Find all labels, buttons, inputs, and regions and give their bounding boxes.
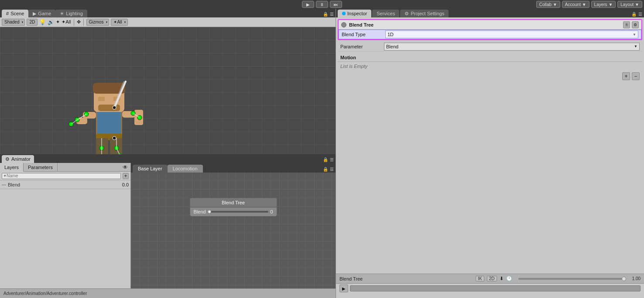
add-motion-button[interactable]: + [622, 72, 630, 80]
search-input[interactable] [2, 173, 121, 179]
blend-tree-icon [341, 22, 346, 27]
top-right-controls: Collab ▼ Account ▼ Layers ▼ Layout ▼ [536, 1, 642, 8]
right-panel: Inspector Services ⚙ Project Settings 🔒 … [336, 9, 644, 298]
parameter-label: Parameter [340, 44, 384, 49]
parameter-row: Parameter Blend ▼ [338, 42, 642, 51]
graph-top-bar: Base Layer Locomotion 🔒 ☰ [131, 163, 336, 173]
dropdown-arrow: ▼ [633, 33, 636, 37]
account-button[interactable]: Account ▼ [562, 1, 589, 8]
blend-tree-slider-row: Blend 0 [190, 207, 277, 216]
blend-type-select[interactable]: 1D ▼ [385, 30, 638, 38]
bt-action-buttons: ⎘ ⚙ [623, 21, 639, 28]
top-toolbar: ▶ ⏸ ⏭ Collab ▼ Account ▼ Layers ▼ Layout… [0, 0, 644, 9]
motion-add-row: + − [338, 71, 642, 82]
layers-button[interactable]: Layers ▼ [591, 1, 616, 8]
add-param-button[interactable]: + [123, 173, 129, 179]
gizmos-dropdown[interactable]: Gizmos [86, 19, 110, 26]
timeline-track[interactable] [350, 285, 641, 291]
lock-icon-inspector[interactable]: 🔒 [631, 12, 637, 17]
menu-icon[interactable]: ☰ [330, 12, 334, 17]
param-dropdown-arrow: ▼ [634, 44, 637, 48]
toolbar-divider-1 [74, 19, 74, 26]
timeline-play-area: ▶ [336, 284, 644, 293]
motion-header: Motion [338, 53, 642, 62]
blend-slider-label: Blend [194, 209, 206, 214]
scene-view[interactable] [0, 27, 336, 154]
inspector-body: Blend Tree ⎘ ⚙ Blend Type 1D ▼ P [336, 17, 644, 274]
tab-scene[interactable]: # Scene [2, 10, 28, 17]
lock-icon-graph[interactable]: 🔒 [323, 167, 328, 172]
params-sub-tabs: Layers Parameters 👁 [0, 163, 130, 172]
play-icon: ▶ [33, 11, 36, 17]
play-timeline-button[interactable]: ▶ [339, 284, 348, 292]
tab-services[interactable]: Services [372, 10, 399, 17]
tab-game[interactable]: ▶ Game [28, 10, 55, 17]
tab-layers[interactable]: Layers [0, 163, 24, 172]
hash-icon: # [6, 11, 9, 16]
sun-icon: ☀ [60, 11, 64, 17]
clock-icon: 🕐 [506, 276, 512, 281]
blend-slider-thumb[interactable] [208, 210, 211, 213]
tab-lighting[interactable]: ☀ Lighting [55, 10, 87, 17]
scene-toolbar: Shaded 2D 💡 🔊 ✦ ✦All ✥ Gizmos ✦All [0, 17, 336, 27]
lock-icon[interactable]: 🔒 [323, 12, 328, 17]
tab-base-layer[interactable]: Base Layer [133, 165, 168, 173]
tab-animator[interactable]: ⚙ Animator [2, 155, 34, 163]
lock-icon-animator[interactable]: 🔒 [323, 157, 328, 162]
step-button[interactable]: ⏭ [330, 1, 342, 8]
counter-value: ✦All [62, 19, 71, 25]
graph-area[interactable]: Base Layer Locomotion 🔒 ☰ Blend Tree Ble… [131, 163, 336, 288]
blend-tree-inspector-title: Blend Tree [349, 22, 623, 27]
character-sprite [52, 53, 175, 154]
timeline-thumb[interactable] [622, 277, 626, 281]
blend-value[interactable]: 0.0 [113, 182, 129, 187]
remove-motion-button[interactable]: − [632, 72, 640, 80]
timeline-header: Blend Tree IK 2D ⬇ 🕐 1.00 [336, 274, 644, 284]
right-tab-bar: Inspector Services ⚙ Project Settings 🔒 … [336, 9, 644, 17]
all-dropdown[interactable]: ✦All [111, 19, 127, 26]
shaded-dropdown[interactable]: Shaded [2, 19, 25, 26]
download-icon: ⬇ [500, 276, 504, 281]
animator-body: Layers Parameters 👁 + — Blend 0.0 [0, 163, 336, 288]
blend-tree-node[interactable]: Blend Tree Blend 0 [190, 198, 277, 217]
menu-icon-inspector[interactable]: ☰ [638, 12, 642, 17]
motion-section: Motion List is Empty + − [338, 53, 642, 82]
effects-icon: ✦ [56, 19, 60, 25]
pause-button[interactable]: ⏸ [316, 1, 328, 8]
params-panel: Layers Parameters 👁 + — Blend 0.0 [0, 163, 131, 288]
light-icon: 💡 [39, 19, 46, 25]
menu-icon-animator[interactable]: ☰ [330, 157, 334, 162]
blend-tree-section: Blend Tree ⎘ ⚙ Blend Type 1D ▼ [338, 19, 642, 40]
graph-icons: 🔒 ☰ [323, 167, 334, 173]
tab-inspector[interactable]: Inspector [338, 10, 371, 17]
toolbar-divider-2 [83, 19, 84, 26]
layout-button[interactable]: Layout ▼ [617, 1, 642, 8]
scene-tab-bar: # Scene ▶ Game ☀ Lighting 🔒 ☰ [0, 9, 336, 17]
animator-icon: ⚙ [5, 156, 10, 162]
settings-button[interactable]: ⚙ [632, 21, 639, 28]
animator-panel: ⚙ Animator 🔒 ☰ Layers Parameters 👁 [0, 154, 336, 298]
eye-icon[interactable]: 👁 [120, 163, 130, 171]
left-panel: # Scene ▶ Game ☀ Lighting 🔒 ☰ Shaded 2D … [0, 9, 336, 298]
tab-locomotion[interactable]: Locomotion [168, 165, 203, 173]
collab-button[interactable]: Collab ▼ [536, 1, 560, 8]
motion-empty-label: List is Empty [338, 62, 642, 71]
play-button[interactable]: ▶ [302, 1, 314, 8]
move-icon: ✥ [77, 19, 81, 25]
timeline-label: Blend Tree [339, 276, 363, 281]
blend-slider-track[interactable] [208, 211, 269, 213]
bottom-timeline: Blend Tree IK 2D ⬇ 🕐 1.00 ▶ [336, 274, 644, 298]
2d-button[interactable]: 2D [27, 19, 38, 26]
tab-parameters[interactable]: Parameters [24, 163, 58, 172]
timeline-progress-bar[interactable] [518, 278, 626, 280]
inspector-dot-icon [342, 12, 346, 15]
menu-icon-graph[interactable]: ☰ [330, 167, 334, 172]
animator-header: ⚙ Animator 🔒 ☰ [0, 154, 336, 163]
tab-project-settings[interactable]: ⚙ Project Settings [400, 10, 449, 17]
animator-header-icons: 🔒 ☰ [323, 157, 334, 163]
blend-type-label: Blend Type [342, 32, 385, 37]
parameter-select[interactable]: Blend ▼ [384, 43, 640, 51]
timeline-value: 1.00 [632, 276, 641, 281]
status-path: Adventurer/Animation/Adventurer.controll… [3, 291, 332, 296]
copy-button[interactable]: ⎘ [623, 21, 630, 28]
